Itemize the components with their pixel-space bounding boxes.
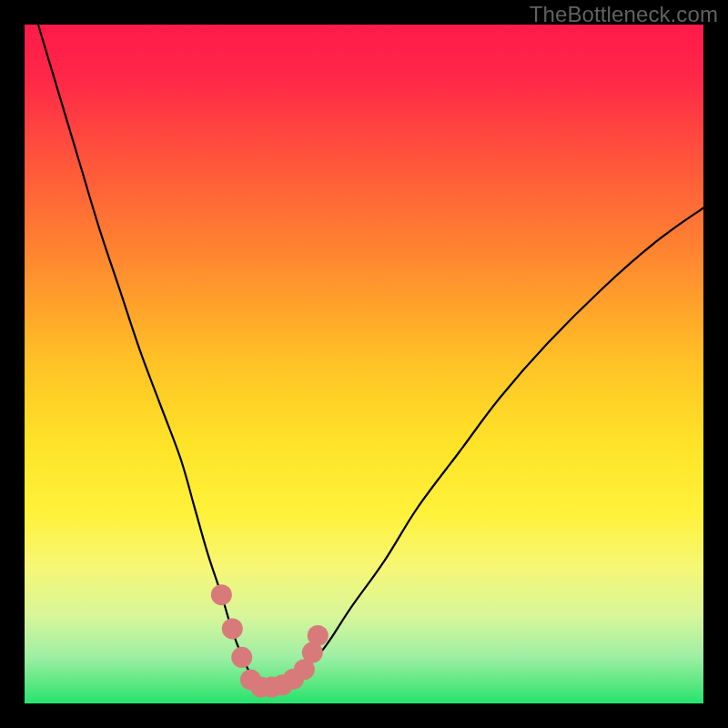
gradient-background (25, 25, 703, 703)
curve-marker (222, 618, 243, 639)
curve-marker (211, 584, 232, 605)
curve-marker (308, 625, 329, 646)
plot-area (25, 25, 703, 703)
chart-frame: TheBottleneck.com (0, 0, 728, 728)
bottleneck-chart (25, 25, 703, 703)
curve-marker (231, 647, 252, 668)
watermark-text: TheBottleneck.com (530, 2, 718, 27)
